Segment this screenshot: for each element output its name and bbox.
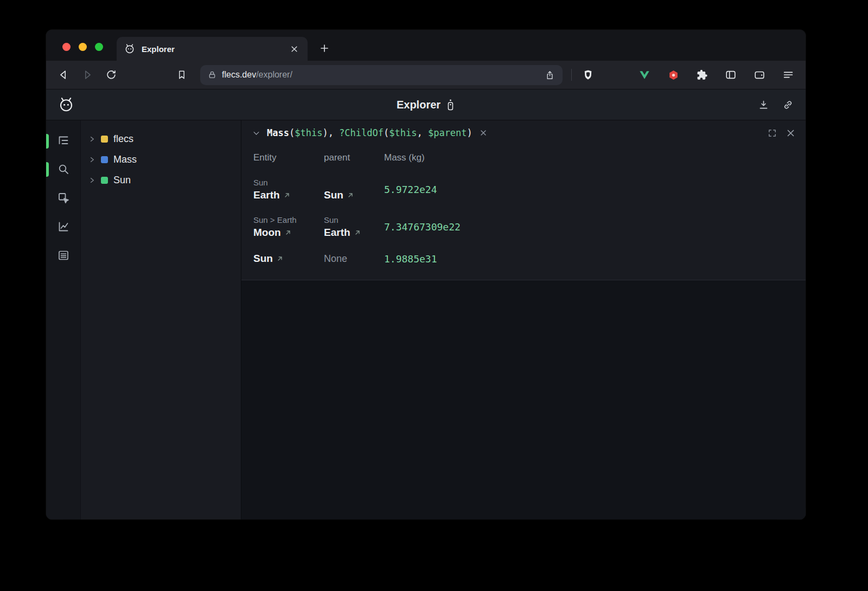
parent-name-label: Sun: [324, 189, 343, 201]
tab-close-icon[interactable]: [288, 43, 300, 55]
entity-link[interactable]: Sun: [253, 253, 324, 265]
external-link-icon: [285, 229, 291, 236]
query-header: Mass($this), ?ChildOf($this, $parent): [241, 120, 806, 145]
column-header-mass: Mass (kg): [384, 152, 806, 163]
minimize-window-button[interactable]: [79, 43, 87, 51]
parent-cell: None: [324, 253, 384, 265]
extensions-puzzle-icon[interactable]: [694, 67, 710, 82]
sidebar-item-inspect[interactable]: [56, 191, 71, 205]
query-term: (: [289, 127, 295, 138]
bookmark-icon[interactable]: [174, 67, 189, 82]
menu-icon[interactable]: [781, 67, 796, 82]
query-variable: $this: [389, 127, 417, 138]
wallet-icon[interactable]: [752, 67, 767, 82]
page-content: flecs Mass: [46, 120, 806, 519]
page-header-actions: [758, 99, 794, 111]
remote-icon: [446, 99, 455, 111]
entity-cell: Sun > Earth Moon: [253, 215, 324, 239]
vue-devtools-icon[interactable]: [637, 67, 652, 82]
mass-value: 1.9885e31: [384, 253, 806, 265]
external-link-icon: [354, 229, 361, 236]
query-term: ): [467, 127, 473, 138]
tree-item-sun[interactable]: Sun: [81, 170, 241, 190]
chevron-right-icon[interactable]: [88, 177, 95, 184]
expand-icon[interactable]: [768, 129, 777, 138]
query-variable: $this: [295, 127, 322, 138]
url-bar[interactable]: flecs.dev/explorer/: [200, 65, 563, 85]
browser-window: Explorer: [46, 30, 806, 519]
entity-tree-panel: flecs Mass: [80, 120, 241, 519]
active-indicator: [46, 162, 49, 177]
close-icon[interactable]: [787, 129, 795, 137]
reload-button[interactable]: [104, 67, 119, 82]
query-term: ?ChildOf: [339, 127, 384, 138]
hexagon-extension-icon[interactable]: [666, 67, 681, 82]
external-link-icon: [284, 192, 290, 198]
download-icon[interactable]: [758, 99, 769, 111]
toolbar-divider: [571, 69, 572, 81]
parent-path: Sun: [324, 215, 384, 224]
page-title-group: Explorer: [397, 99, 455, 111]
entity-name-label: Moon: [253, 227, 281, 239]
tab-title: Explorer: [142, 44, 175, 54]
lock-icon: [208, 70, 216, 79]
browser-toolbar: flecs.dev/explorer/: [46, 61, 806, 89]
table-header-row: Entity parent Mass (kg): [241, 145, 806, 170]
table-row: Sun > Earth Moon Sun Earth: [241, 208, 806, 245]
page-header: Explorer: [46, 89, 806, 120]
new-tab-button[interactable]: [317, 41, 331, 55]
mass-value: 5.9722e24: [384, 184, 806, 195]
entity-name-label: Earth: [253, 189, 280, 201]
forward-button[interactable]: [80, 67, 95, 82]
sidebar-toggle-icon[interactable]: [723, 67, 738, 82]
entity-cell: Sun: [253, 253, 324, 265]
parent-cell: Sun: [324, 189, 384, 201]
column-header-parent: parent: [324, 152, 384, 163]
entity-cell: Sun Earth: [253, 178, 324, 201]
external-link-icon: [277, 255, 283, 262]
chevron-right-icon[interactable]: [88, 136, 95, 143]
sidebar-item-entities[interactable]: [56, 133, 71, 147]
entity-name-label: Sun: [253, 253, 273, 265]
clear-query-icon[interactable]: [480, 130, 487, 136]
flecs-favicon-icon: [124, 43, 135, 54]
extensions-area: [637, 67, 796, 82]
link-icon[interactable]: [782, 99, 794, 111]
module-color-swatch: [101, 136, 108, 143]
tree-item-mass[interactable]: Mass: [81, 149, 241, 170]
entity-link[interactable]: Moon: [253, 227, 324, 239]
entity-link[interactable]: Earth: [253, 189, 324, 201]
back-button[interactable]: [56, 67, 71, 82]
chevron-down-icon[interactable]: [252, 129, 260, 137]
mass-value: 7.34767309e22: [384, 221, 806, 233]
sidebar-item-tables[interactable]: [56, 248, 71, 262]
table-row: Sun None 1.9885e31: [241, 245, 806, 271]
parent-link[interactable]: Earth: [324, 227, 384, 239]
zoom-window-button[interactable]: [95, 43, 103, 51]
query-expression[interactable]: Mass($this), ?ChildOf($this, $parent): [267, 127, 473, 138]
tree-item-label: Sun: [113, 175, 131, 186]
query-term: ,: [417, 127, 427, 138]
flecs-explorer-page: Explorer: [46, 89, 806, 519]
sidebar-item-charts[interactable]: [56, 220, 71, 234]
parent-cell: Sun Earth: [324, 215, 384, 239]
query-term: Mass: [267, 127, 289, 138]
url-host: flecs.dev: [222, 70, 256, 79]
share-icon[interactable]: [545, 70, 555, 80]
query-panel-empty-area: [241, 280, 806, 519]
entity-path: Sun: [253, 178, 324, 187]
browser-tab-explorer[interactable]: Explorer: [117, 37, 308, 61]
component-color-swatch: [101, 156, 108, 163]
tree-item-flecs[interactable]: flecs: [81, 129, 241, 149]
external-link-icon: [347, 192, 354, 198]
chevron-right-icon[interactable]: [88, 156, 95, 163]
sidebar-item-search[interactable]: [56, 162, 71, 176]
active-indicator: [46, 134, 49, 149]
parent-link[interactable]: Sun: [324, 189, 384, 201]
traffic-lights: [62, 43, 103, 51]
close-window-button[interactable]: [62, 43, 71, 51]
query-term: (: [384, 127, 389, 138]
query-variable: $parent: [428, 127, 467, 138]
url-text: flecs.dev/explorer/: [222, 70, 292, 80]
brave-shield-icon[interactable]: [580, 67, 596, 82]
